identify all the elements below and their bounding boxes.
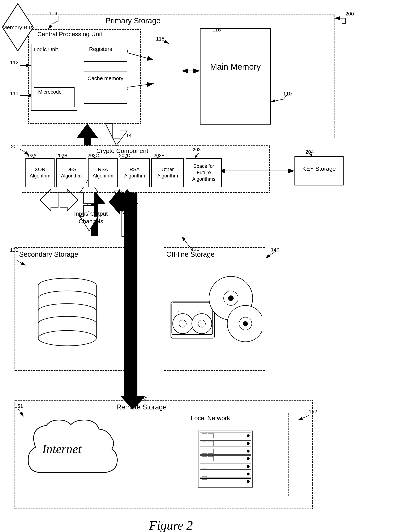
svg-point-50 (247, 450, 250, 453)
io-label: Input/ Output Channels (71, 210, 111, 225)
svg-rect-53 (200, 463, 251, 470)
svg-rect-61 (202, 441, 207, 446)
svg-point-43 (243, 321, 248, 326)
microcode-label: Microcode (38, 89, 62, 95)
main-memory-box (200, 28, 271, 124)
ref-151: 151 (15, 403, 23, 409)
ref-112: 112 (10, 60, 19, 66)
ref-202c: 202C (88, 153, 99, 158)
remote-storage-label: Remote Storage (116, 403, 167, 411)
secondary-storage-label: Secondary Storage (19, 251, 78, 258)
key-storage-label: KEY Storage (298, 165, 340, 172)
svg-rect-68 (202, 472, 207, 476)
registers-label: Registers (89, 46, 112, 52)
ref-201: 201 (11, 144, 19, 150)
svg-point-56 (247, 473, 250, 475)
svg-rect-66 (208, 456, 214, 461)
svg-point-37 (198, 320, 206, 327)
rsa2-algo-box: RSA Algorithm (120, 158, 149, 187)
svg-rect-49 (200, 448, 251, 454)
svg-rect-67 (202, 464, 207, 469)
ref-130: 130 (10, 247, 19, 253)
membus-box: Memory Bus (0, 0, 36, 55)
svg-point-35 (179, 320, 186, 327)
ref-204: 204 (305, 149, 314, 155)
svg-marker-7 (114, 191, 136, 236)
svg-point-48 (247, 442, 250, 445)
svg-rect-33 (178, 303, 200, 312)
xor-algo-box: XOR Algorithm (26, 158, 55, 187)
ref-115: 115 (156, 36, 165, 42)
figure-label: Figure 2 (149, 518, 193, 532)
internet-label: Internet (29, 442, 94, 456)
database-icon (31, 276, 104, 353)
ref-202a: 202A (26, 153, 37, 158)
svg-rect-57 (200, 479, 251, 485)
ref-111: 111 (10, 91, 19, 96)
ref-110: 110 (283, 91, 292, 97)
diagram-container: 200 Primary Storage 113 112 111 Central … (0, 0, 411, 532)
svg-point-40 (228, 295, 234, 301)
svg-point-28 (38, 331, 96, 346)
ref-200: 200 (345, 11, 354, 17)
main-memory-label: Main Memory (209, 62, 262, 72)
ref-203: 203 (193, 147, 200, 152)
server-icon (189, 429, 262, 491)
svg-point-58 (247, 480, 250, 483)
ref-202b: 202B (56, 153, 67, 158)
membus-label: Memory Bus (2, 24, 33, 31)
svg-rect-51 (200, 456, 251, 462)
primary-storage-label: Primary Storage (105, 16, 160, 25)
des-algo-box: DES Algorithm (56, 158, 86, 187)
svg-rect-59 (202, 434, 207, 438)
svg-rect-55 (200, 471, 251, 477)
cache-label: Cache memory (85, 76, 125, 81)
logic-unit-label: Logic Unit (34, 46, 58, 53)
tape-icon (167, 269, 262, 356)
svg-rect-63 (202, 449, 207, 454)
cpu-label: Central Processing Unit (37, 30, 102, 38)
ref-140: 140 (271, 247, 279, 253)
ref-152: 152 (309, 409, 317, 415)
ref-202e: 202E (154, 153, 165, 158)
local-network-label: Local Network (191, 415, 230, 422)
rsa1-algo-box: RSA Algorithm (88, 158, 118, 187)
ref-116: 116 (212, 27, 221, 33)
ref-150: 150 (139, 396, 148, 402)
ref-113: 113 (49, 10, 57, 16)
svg-point-54 (247, 465, 250, 468)
svg-point-46 (247, 434, 250, 437)
offline-storage-label: Off-line Storage (166, 251, 215, 258)
svg-rect-69 (202, 479, 207, 484)
svg-rect-45 (200, 433, 251, 439)
other-algo-box: Other Algorithm (151, 158, 184, 187)
svg-rect-60 (208, 434, 214, 438)
ref-202d: 202D (119, 153, 130, 158)
svg-point-52 (247, 457, 250, 460)
ref-120: 120 (191, 246, 199, 252)
svg-rect-47 (200, 440, 251, 447)
svg-rect-64 (208, 449, 214, 454)
ref-114: 114 (124, 133, 131, 138)
future-algo-box: Space for Future Algorithms (186, 158, 222, 187)
svg-rect-62 (208, 441, 214, 446)
svg-rect-65 (202, 456, 207, 461)
